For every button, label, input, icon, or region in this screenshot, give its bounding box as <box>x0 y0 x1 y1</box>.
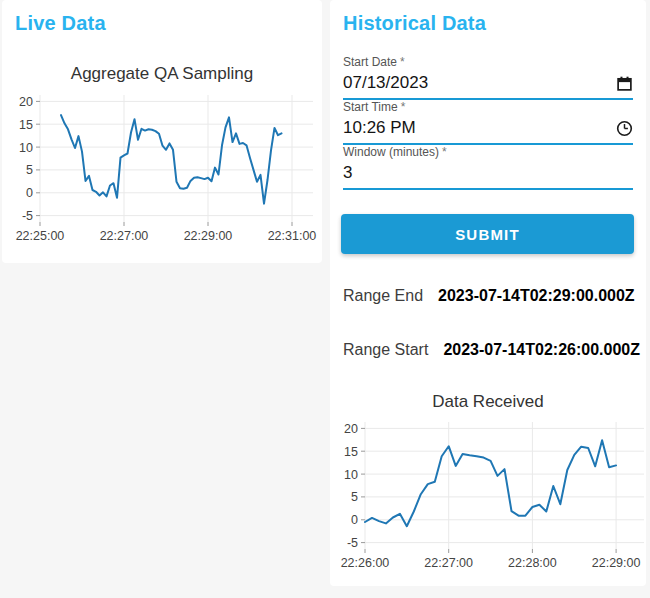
svg-text:22:26:00: 22:26:00 <box>341 556 390 570</box>
historical-data-panel: Historical Data Start Date* Start Time* <box>330 0 646 586</box>
live-data-panel: Live Data Aggregate QA Sampling 22:25:00… <box>2 0 322 263</box>
live-chart-svg: 22:25:0022:27:0022:29:0022:31:00-5051015… <box>2 0 322 263</box>
svg-text:5: 5 <box>351 490 358 504</box>
svg-text:5: 5 <box>26 163 33 177</box>
svg-text:0: 0 <box>26 186 33 200</box>
svg-text:10: 10 <box>344 468 358 482</box>
svg-text:15: 15 <box>344 445 358 459</box>
svg-text:10: 10 <box>19 141 33 155</box>
svg-text:22:29:00: 22:29:00 <box>592 556 641 570</box>
svg-text:22:29:00: 22:29:00 <box>184 229 233 243</box>
svg-text:20: 20 <box>344 422 358 436</box>
svg-text:20: 20 <box>19 95 33 109</box>
svg-text:15: 15 <box>19 118 33 132</box>
svg-text:22:25:00: 22:25:00 <box>16 229 65 243</box>
data-received-chart-svg: 22:26:0022:27:0022:28:0022:29:00-5051015… <box>330 0 646 586</box>
svg-text:22:31:00: 22:31:00 <box>268 229 317 243</box>
svg-text:-5: -5 <box>347 536 358 550</box>
svg-text:22:28:00: 22:28:00 <box>508 556 557 570</box>
svg-text:0: 0 <box>351 513 358 527</box>
svg-text:-5: -5 <box>22 209 33 223</box>
svg-text:22:27:00: 22:27:00 <box>424 556 473 570</box>
svg-text:22:27:00: 22:27:00 <box>100 229 149 243</box>
